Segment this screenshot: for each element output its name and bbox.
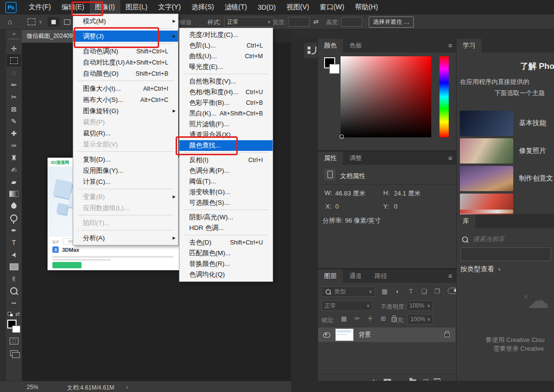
blur-tool[interactable] [7, 200, 21, 212]
tool-preset-chevron-icon[interactable]: ∨ [39, 19, 42, 24]
style-dropdown[interactable]: 正常 ∨ [224, 17, 274, 27]
gradient-tool[interactable] [7, 188, 21, 200]
status-chevron-icon[interactable]: › [126, 383, 128, 391]
zoom-tool[interactable] [7, 285, 21, 297]
swap-dimensions-icon[interactable]: ⇄ [313, 18, 319, 25]
adjust-submenu-item-10[interactable]: 通道混合器(X)... [179, 130, 273, 140]
filter-pixel-layers-icon[interactable]: ▦ [380, 287, 390, 295]
height-input[interactable] [341, 17, 362, 27]
image-menu-item-10[interactable]: 图像旋转(G)▶ [73, 105, 178, 116]
adjust-submenu-item-2[interactable]: 曲线(U)...Ctrl+M [179, 51, 273, 62]
image-menu-item-19[interactable]: 变量(B)▶ [73, 191, 178, 202]
image-menu-item-2[interactable]: 调整(J)▶ [73, 31, 178, 42]
menubar-item-5[interactable]: 选择(S) [186, 0, 220, 15]
type-tool[interactable]: T [7, 236, 21, 248]
image-menu-item-6[interactable]: 自动颜色(O)Shift+Ctrl+B [73, 68, 178, 79]
filter-shape-layers-icon[interactable]: ❏ [419, 287, 429, 295]
menubar-item-4[interactable]: 文字(Y) [153, 0, 186, 15]
menubar-item-8[interactable]: 视图(V) [281, 0, 314, 15]
image-menu-item-0[interactable]: 模式(M)▶ [73, 16, 178, 27]
rectangle-tool[interactable] [7, 261, 21, 273]
layer-filter-dropdown[interactable]: 类型 ∨ [322, 286, 375, 297]
tab-paths[interactable]: 路径 [368, 269, 393, 283]
adjust-submenu-item-24[interactable]: 替换颜色(R)... [179, 259, 273, 269]
history-brush-tool[interactable]: ✍ [7, 163, 21, 176]
lock-paint-icon[interactable]: ✑ [352, 314, 362, 322]
image-menu-item-24[interactable]: 分析(A)▶ [73, 232, 178, 244]
new-selection-mode-button[interactable] [48, 17, 60, 27]
toolbar-expand-icon[interactable]: » [13, 31, 15, 36]
hue-slider[interactable] [440, 56, 449, 137]
learn-card-basic-skills[interactable]: 基本技能 [460, 111, 546, 136]
adjust-submenu-item-14[interactable]: 色调分离(P)... [179, 165, 273, 176]
filter-smart-objects-icon[interactable]: ❐ [432, 287, 442, 295]
tool-preset-icon[interactable] [25, 17, 37, 27]
adjust-submenu-item-13[interactable]: 反相(I)Ctrl+I [179, 155, 273, 165]
layer-visibility-icon[interactable] [323, 332, 330, 338]
clone-stamp-tool[interactable]: ♜ [7, 151, 21, 163]
adjust-submenu-item-3[interactable]: 曝光度(E)... [179, 62, 273, 72]
eraser-tool[interactable]: ▰ [7, 176, 21, 188]
move-tool[interactable]: ✛ [7, 42, 21, 54]
image-menu-item-11[interactable]: 裁剪(P) [73, 116, 178, 128]
image-menu-item-16[interactable]: 应用图像(Y)... [73, 165, 178, 176]
quick-mask-button[interactable] [7, 335, 21, 347]
saturation-field[interactable] [341, 56, 431, 137]
learn-card-creative-text[interactable]: 制作创意文 [460, 166, 553, 191]
adjust-submenu-item-7[interactable]: 色彩平衡(B)...Ctrl+B [179, 98, 273, 108]
lasso-tool[interactable]: ◌ [7, 66, 21, 79]
image-menu-item-12[interactable]: 裁切(R)... [73, 128, 178, 139]
layer-locked-icon[interactable] [444, 333, 450, 337]
crop-tool[interactable]: ✂ [7, 91, 21, 103]
layer-thumbnail[interactable] [335, 328, 354, 341]
tab-color[interactable]: 颜色 [318, 39, 343, 52]
tab-adjustments[interactable]: 调整 [343, 151, 368, 165]
image-menu-item-15[interactable]: 复制(D)... [73, 154, 178, 165]
saturation-cursor[interactable] [340, 134, 344, 139]
hand-tool[interactable]: ✌ [7, 273, 21, 285]
width-input[interactable] [288, 17, 310, 27]
color-panel-menu-icon[interactable]: ≡ [448, 42, 452, 49]
menubar-item-1[interactable]: 编辑(E) [56, 0, 90, 15]
brush-tool[interactable]: ✑ [7, 139, 21, 151]
zoom-level[interactable]: 25% [27, 384, 38, 391]
properties-panel-menu-icon[interactable]: ≡ [448, 154, 452, 162]
adjust-submenu-item-5[interactable]: 自然饱和度(V)... [179, 76, 273, 87]
menubar-item-6[interactable]: 滤镜(T) [219, 0, 252, 15]
pen-tool[interactable]: ✒ [7, 224, 21, 236]
fill-dropdown[interactable]: 100% ∨ [407, 314, 433, 325]
background-color-swatch[interactable] [12, 326, 20, 333]
tab-library[interactable]: 库 [456, 214, 475, 228]
image-menu-item-22[interactable]: 陷印(T)... [73, 217, 178, 229]
filter-adjustment-layers-icon[interactable]: ◐ [393, 287, 403, 295]
tab-layers[interactable]: 图层 [318, 269, 343, 283]
adjust-submenu-item-15[interactable]: 阈值(T)... [179, 176, 273, 187]
lock-position-icon[interactable]: ✛ [365, 314, 375, 322]
home-icon[interactable]: ⌂ [8, 17, 12, 26]
quick-selection-tool[interactable]: ✏ [7, 79, 21, 91]
image-menu-item-13[interactable]: 显示全部(V) [73, 139, 178, 150]
add-selection-mode-button[interactable] [61, 17, 73, 27]
menubar-item-7[interactable]: 3D(D) [252, 0, 281, 15]
menubar-item-3[interactable]: 图层(L) [120, 0, 153, 15]
panel-background-swatch[interactable] [329, 64, 340, 74]
library-view-by-dropdown[interactable]: 按类型查看 ∨ [460, 265, 501, 274]
menubar-item-0[interactable]: 文件(F) [23, 0, 56, 15]
tab-channels[interactable]: 通道 [343, 269, 368, 283]
select-and-mask-button[interactable]: 选择并遮住 … [369, 16, 414, 28]
toolbar-ellipsis[interactable]: ••• [7, 297, 21, 309]
adjust-submenu-item-9[interactable]: 照片滤镜(F)... [179, 119, 273, 130]
adjust-submenu-item-17[interactable]: 可选颜色(S)... [179, 197, 273, 208]
filter-type-layers-icon[interactable]: T [406, 287, 416, 295]
tab-learn[interactable]: 学习 [456, 39, 482, 52]
color-swatches[interactable] [7, 320, 21, 333]
blend-mode-dropdown[interactable]: 正常 ∨ [322, 300, 373, 311]
adjust-submenu-item-23[interactable]: 匹配颜色(M)... [179, 248, 273, 259]
menubar-item-2[interactable]: 图像(I) [90, 0, 120, 15]
collapsed-panel-button[interactable] [304, 43, 317, 58]
swap-colors-icon[interactable]: ⇄ [15, 311, 19, 317]
library-input[interactable] [460, 247, 551, 261]
adjust-submenu-item-11[interactable]: 颜色查找... [179, 140, 273, 151]
image-menu-item-8[interactable]: 图像大小(I)...Alt+Ctrl+I [73, 83, 178, 94]
layer-row-background[interactable]: 背景 [318, 327, 456, 342]
